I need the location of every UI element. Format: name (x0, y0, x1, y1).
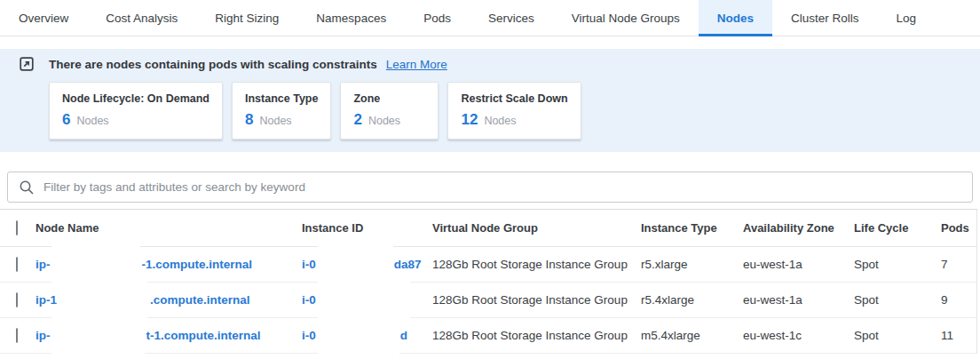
card-unit: Nodes (368, 115, 400, 127)
tab-overview[interactable]: Overview (0, 0, 87, 36)
card-count: 6 (62, 111, 70, 129)
pods-cell: 7 (941, 258, 976, 271)
card-count: 8 (245, 111, 253, 129)
card-unit: Nodes (76, 115, 108, 127)
node-name-link[interactable]: t-1.compute.internal (146, 329, 261, 342)
tab-namespaces[interactable]: Namespaces (297, 0, 405, 36)
card-instance-type[interactable]: Instance Type 8 Nodes (232, 82, 331, 140)
table-row: ip-t-1.compute.internal i-0d 128Gb Root … (0, 318, 976, 354)
column-availability-zone[interactable]: Availability Zone (743, 221, 854, 235)
search-icon (19, 180, 35, 195)
table-header-row: Node Name Instance ID Virtual Node Group… (0, 210, 976, 247)
learn-more-link[interactable]: Learn More (386, 58, 447, 71)
tab-right-sizing[interactable]: Right Sizing (196, 0, 297, 36)
pods-cell: 11 (941, 329, 976, 342)
scaling-constraints-icon (20, 57, 34, 71)
card-unit: Nodes (259, 115, 291, 127)
card-title: Instance Type (245, 92, 318, 105)
row-checkbox[interactable] (16, 328, 18, 343)
node-name-link[interactable]: ip- (36, 329, 51, 342)
tab-bar: Overview Cost Analysis Right Sizing Name… (0, 0, 980, 36)
tab-log[interactable]: Log (878, 0, 936, 36)
tab-cost-analysis[interactable]: Cost Analysis (87, 0, 196, 36)
card-title: Node Lifecycle: On Demand (62, 92, 209, 105)
instance-type-cell: r5.4xlarge (641, 293, 743, 307)
tab-virtual-node-groups[interactable]: Virtual Node Groups (553, 0, 699, 36)
instance-type-cell: m5.4xlarge (641, 329, 743, 342)
instance-id-link[interactable]: i-0 (302, 258, 316, 271)
availability-zone-cell: eu-west-1a (743, 293, 854, 307)
virtual-node-group-cell: 128Gb Root Storage Instance Group (432, 258, 641, 271)
table-row: ip-1.compute.internal i-0 128Gb Root Sto… (0, 283, 976, 318)
nodes-table: Node Name Instance ID Virtual Node Group… (0, 209, 977, 354)
instance-id-link[interactable]: i-0 (302, 329, 316, 342)
node-name-link[interactable]: -1.compute.internal (142, 258, 253, 271)
node-name-link[interactable]: ip-1 (36, 293, 57, 307)
card-zone[interactable]: Zone 2 Nodes (340, 82, 439, 140)
column-instance-id[interactable]: Instance ID (302, 221, 432, 235)
column-life-cycle[interactable]: Life Cycle (854, 221, 941, 235)
card-title: Restrict Scale Down (461, 92, 567, 105)
tab-pods[interactable]: Pods (405, 0, 470, 36)
node-name-link[interactable]: .compute.internal (150, 293, 250, 307)
node-name-link[interactable]: ip- (36, 258, 51, 271)
card-unit: Nodes (484, 115, 516, 127)
row-checkbox[interactable] (16, 257, 18, 272)
card-count: 2 (353, 111, 361, 129)
instance-id-link[interactable]: da87 (394, 258, 422, 271)
card-count: 12 (461, 111, 478, 129)
virtual-node-group-cell: 128Gb Root Storage Instance Group (432, 329, 641, 342)
pods-cell: 9 (941, 293, 976, 307)
table-row: ip--1.compute.internal i-0da87 128Gb Roo… (0, 247, 976, 283)
row-checkbox[interactable] (16, 292, 18, 307)
availability-zone-cell: eu-west-1c (743, 329, 854, 342)
column-virtual-node-group[interactable]: Virtual Node Group (432, 221, 641, 235)
card-node-lifecycle-on-demand[interactable]: Node Lifecycle: On Demand 6 Nodes (49, 82, 223, 140)
life-cycle-cell: Spot (854, 329, 941, 342)
constraint-cards: Node Lifecycle: On Demand 6 Nodes Instan… (49, 82, 980, 140)
life-cycle-cell: Spot (854, 258, 941, 271)
tab-services[interactable]: Services (470, 0, 553, 36)
banner-message: There are nodes containing pods with sca… (49, 58, 377, 71)
select-all-checkbox[interactable] (16, 220, 18, 235)
tab-nodes[interactable]: Nodes (699, 0, 772, 36)
instance-type-cell: r5.xlarge (641, 258, 743, 271)
filter-search-bar[interactable] (7, 172, 973, 203)
column-instance-type[interactable]: Instance Type (641, 221, 743, 235)
scaling-constraints-banner: There are nodes containing pods with sca… (0, 49, 980, 152)
virtual-node-group-cell: 128Gb Root Storage Instance Group (432, 293, 641, 307)
search-input[interactable] (43, 180, 961, 194)
card-title: Zone (353, 92, 425, 105)
instance-id-link[interactable]: d (400, 329, 407, 342)
tab-cluster-rolls[interactable]: Cluster Rolls (772, 0, 878, 36)
column-pods[interactable]: Pods (941, 221, 976, 235)
availability-zone-cell: eu-west-1a (743, 258, 854, 271)
card-restrict-scale-down[interactable]: Restrict Scale Down 12 Nodes (447, 82, 581, 140)
column-node-name[interactable]: Node Name (36, 221, 302, 235)
life-cycle-cell: Spot (854, 293, 941, 307)
instance-id-link[interactable]: i-0 (302, 293, 316, 307)
